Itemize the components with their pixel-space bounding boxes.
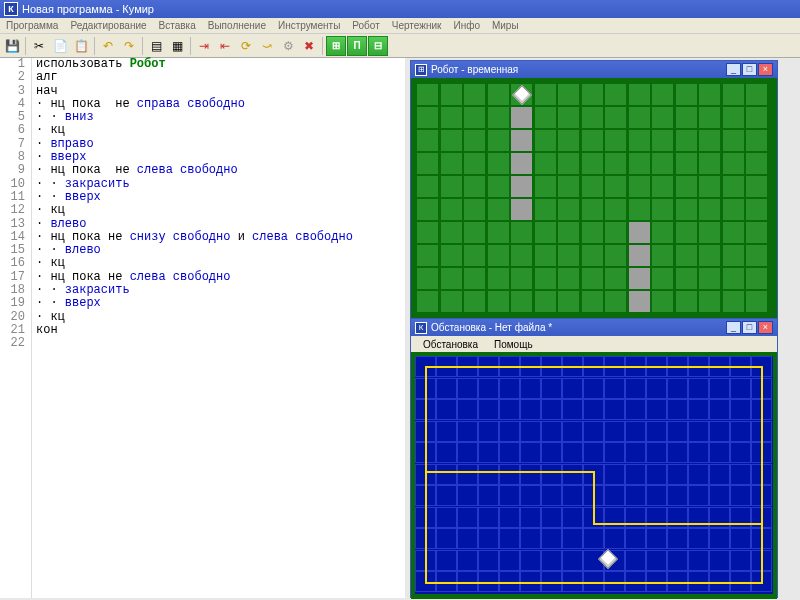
env-cell[interactable] [709,528,730,549]
env-cell[interactable] [625,485,646,506]
env-cell[interactable] [541,464,562,485]
env-cell[interactable] [520,378,541,399]
env-cell[interactable] [478,507,499,528]
minimize-button[interactable]: _ [726,321,741,334]
robot-cell[interactable] [675,106,698,129]
env-cell[interactable] [667,378,688,399]
robot-cell[interactable] [440,152,463,175]
robot-cell[interactable] [698,106,721,129]
env-cell[interactable] [541,485,562,506]
robot-cell[interactable] [487,129,510,152]
robot-cell[interactable] [675,175,698,198]
robot-cell[interactable] [651,221,674,244]
robot-cell[interactable] [510,129,533,152]
robot-cell[interactable] [675,244,698,267]
env-cell[interactable] [646,528,667,549]
env-cell[interactable] [688,399,709,420]
env-cell[interactable] [730,550,751,571]
robot-cell[interactable] [581,198,604,221]
env-cell[interactable] [730,399,751,420]
menu-Вставка[interactable]: Вставка [153,20,202,31]
env-cell[interactable] [436,442,457,463]
env-cell[interactable] [478,442,499,463]
env-cell[interactable] [604,378,625,399]
env-cell[interactable] [646,550,667,571]
robot-cell[interactable] [440,106,463,129]
robot-cell[interactable] [581,129,604,152]
env-cell[interactable] [436,528,457,549]
robot-cell[interactable] [604,83,627,106]
robot-cell[interactable] [581,83,604,106]
robot-cell[interactable] [722,267,745,290]
env-cell[interactable] [520,528,541,549]
env-menu-Помощь[interactable]: Помощь [486,339,541,350]
env-cell[interactable] [457,550,478,571]
robot-cell[interactable] [722,152,745,175]
menu-Редактирование[interactable]: Редактирование [64,20,152,31]
menu-Выполнение[interactable]: Выполнение [202,20,272,31]
paste-button[interactable]: 📋 [71,36,91,56]
robot-cell[interactable] [722,83,745,106]
env-cell[interactable] [688,550,709,571]
robot-cell[interactable] [651,152,674,175]
robot-cell[interactable] [534,198,557,221]
env-cell[interactable] [667,550,688,571]
env-cell[interactable] [709,378,730,399]
robot-cell[interactable] [557,106,580,129]
robot-cell[interactable] [745,83,768,106]
robot-cell[interactable] [487,290,510,313]
robot-cell[interactable] [416,244,439,267]
grid3-button[interactable]: ⊟ [368,36,388,56]
robot-cell[interactable] [675,129,698,152]
grid2-button[interactable]: П [347,36,367,56]
robot-cell[interactable] [510,221,533,244]
env-cell[interactable] [562,378,583,399]
robot-cell[interactable] [440,244,463,267]
menu-Инструменты[interactable]: Инструменты [272,20,346,31]
env-cell[interactable] [436,399,457,420]
env-cell[interactable] [688,442,709,463]
env-cell[interactable] [667,528,688,549]
robot-cell[interactable] [463,244,486,267]
robot-cell[interactable] [628,244,651,267]
env-cell[interactable] [499,507,520,528]
env-cell[interactable] [541,528,562,549]
robot-cell[interactable] [581,106,604,129]
robot-cell[interactable] [722,129,745,152]
robot-cell[interactable] [534,152,557,175]
robot-cell[interactable] [698,152,721,175]
env-cell[interactable] [499,550,520,571]
robot-cell[interactable] [628,83,651,106]
robot-cell[interactable] [557,175,580,198]
robot-cell[interactable] [628,267,651,290]
robot-cell[interactable] [534,290,557,313]
robot-cell[interactable] [557,290,580,313]
env-cell[interactable] [583,442,604,463]
env-cell[interactable] [520,507,541,528]
robot-cell[interactable] [416,267,439,290]
run2-button[interactable]: ⤻ [257,36,277,56]
env-cell[interactable] [730,421,751,442]
env-cell[interactable] [646,464,667,485]
robot-cell[interactable] [534,129,557,152]
robot-cell[interactable] [416,106,439,129]
robot-cell[interactable] [534,244,557,267]
env-cell[interactable] [604,421,625,442]
env-cell[interactable] [457,507,478,528]
minimize-button[interactable]: _ [726,63,741,76]
env-cell[interactable] [562,485,583,506]
env-cell[interactable] [625,528,646,549]
run-button[interactable]: ⟳ [236,36,256,56]
cut-button[interactable]: ✂ [29,36,49,56]
robot-cell[interactable] [651,129,674,152]
robot-cell[interactable] [440,175,463,198]
env-cell[interactable] [436,464,457,485]
robot-cell[interactable] [651,198,674,221]
robot-cell[interactable] [675,221,698,244]
env-cell[interactable] [625,464,646,485]
env-cell[interactable] [604,442,625,463]
robot-cell[interactable] [463,198,486,221]
env-cell[interactable] [478,399,499,420]
robot-cell[interactable] [416,129,439,152]
code-area[interactable]: использовать Роботалгнач· нц пока не спр… [32,58,405,598]
